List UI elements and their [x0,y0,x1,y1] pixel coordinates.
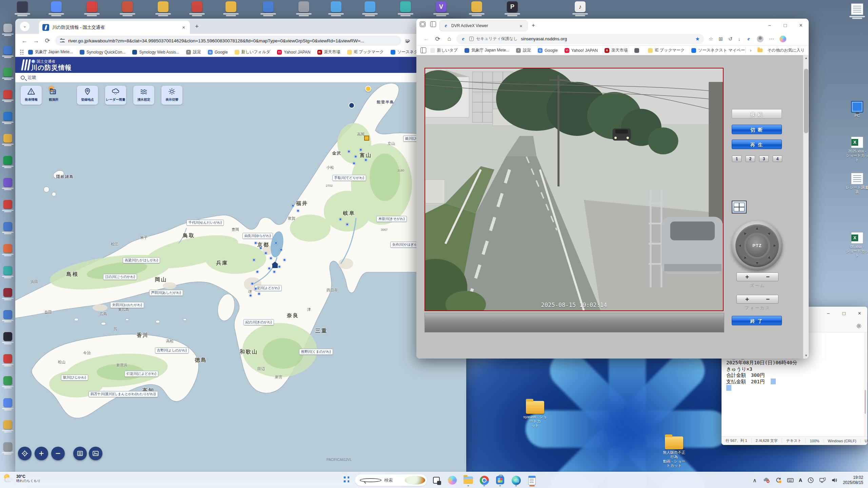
desktop-icon[interactable] [1,156,15,170]
desktop-icon[interactable] [1,68,15,82]
observation-station-dot[interactable] [268,267,271,270]
minimize-icon[interactable]: − [762,19,777,32]
river-name-tag[interactable]: 木曽川(きそがわ) [376,216,407,222]
extensions-icon[interactable]: 🧩︎ [405,38,410,44]
bookmark-item[interactable]: 新しいフォルダ [235,49,271,55]
bookmark-item[interactable]: 気象庁 Japan Mete... [28,49,73,55]
favorite-item[interactable]: IE ブックマーク [648,47,685,53]
map-toolbar-button[interactable]: 登録地点 [77,86,98,105]
observation-station-dot[interactable] [292,204,294,207]
edge-active-tab[interactable]: e DVR ActiveX Viewer × [439,20,528,31]
desktop-icon[interactable]: P [500,1,525,17]
bookmark-item[interactable]: G Google [208,49,228,55]
downloads-icon[interactable]: ↓ [738,36,741,42]
observation-station-dot[interactable] [283,259,286,261]
desktop-icon[interactable] [1,310,15,324]
maximize-icon[interactable]: □ [836,307,852,320]
collections-icon[interactable]: ⊞ [718,36,723,42]
more-favorites-chevron[interactable]: › [750,48,751,53]
tray-clock[interactable]: 19:02 2025/08/15 [843,475,863,485]
observation-station-dot[interactable] [354,155,357,158]
address-bar[interactable]: e ! セキュリティ保護なし sinsenyasai.nsddns.org ★ [456,34,704,44]
quit-button[interactable]: 終 了 [732,316,782,325]
desktop-icon[interactable] [44,1,68,17]
map-marker[interactable] [364,136,369,141]
taskbar-search[interactable]: 検索 [355,474,427,486]
start-button[interactable] [339,474,352,487]
desktop-icon[interactable]: 05.xlsx -ショートカット [846,232,868,258]
edge-title-bar[interactable]: e DVR ActiveX Viewer × + − □ × [416,19,809,32]
notepad-scrollbar[interactable] [864,332,867,436]
desktop-icon[interactable] [358,1,382,17]
disconnect-button[interactable]: 切 断 [732,125,782,134]
desktop-icon[interactable] [324,1,348,17]
file-explorer-button[interactable] [462,474,475,487]
favorite-item[interactable]: R 楽天市場 [605,47,628,53]
quad-view-button[interactable] [732,201,747,214]
observation-station-dot[interactable] [264,252,267,255]
desktop-icon[interactable] [1,266,15,280]
map-search-bar[interactable]: 近畿 [15,73,466,82]
desktop-icon[interactable] [115,1,140,17]
map-toolbar-button[interactable]: レーダー雨量 [105,86,126,105]
favorite-item[interactable]: ソースネクスト マイページ [691,47,746,53]
map-toolbar-button[interactable]: 発表情報 [21,86,42,105]
connect-button[interactable]: 接 続 [732,109,782,119]
scroll-up-icon[interactable]: ▲ [803,55,809,61]
bookmark-item[interactable]: IE ブックマーク [347,49,384,55]
edge-button[interactable] [510,474,522,487]
desktop-icon[interactable] [1,200,15,214]
onedrive-error-icon[interactable] [763,477,770,484]
map-marker[interactable] [272,264,278,268]
observation-station-dot[interactable] [270,257,272,260]
favorite-item[interactable] [634,48,641,53]
desktop-icon[interactable]: 2025.xlsx -ショートカット [846,137,868,162]
weather-widget[interactable]: 30°C 晴れのちくもり [3,473,40,484]
favorite-item[interactable]: 新しいタブ [430,47,458,53]
channel-3-button[interactable]: 3 [759,156,769,162]
observation-station-dot[interactable] [254,287,257,290]
play-button[interactable]: 再 生 [732,140,782,149]
observation-station-dot[interactable] [249,294,252,297]
folder-shortcut[interactable]: 無人販売不正行為動画 - ショートカット [661,436,687,468]
river-name-tag[interactable]: 手取川(てどりがわ) [332,175,366,181]
river-name-tag[interactable]: 肱川(ひじかわ) [61,374,88,381]
channel-4-button[interactable]: 4 [773,156,782,162]
river-name-tag[interactable]: 江の川(ごうのかわ) [103,274,137,280]
desktop-icon[interactable]: V [429,1,453,17]
desktop-icon[interactable]: レシート調査表 [846,173,868,194]
map-control-button[interactable] [18,447,32,460]
channel-1-button[interactable]: 1 [732,156,742,162]
observation-station-dot[interactable] [364,159,367,161]
home-icon[interactable]: ⌂ [443,35,455,42]
back-icon[interactable]: ← [420,35,432,42]
observation-station-dot[interactable] [346,223,349,226]
bookmark-item[interactable]: * 設定 [186,49,201,55]
other-favorites-label[interactable]: その他のお気に入り [767,47,805,53]
observation-station-dot[interactable] [275,242,277,244]
desktop-icon[interactable] [846,3,868,20]
river-map[interactable]: 島根鳥取兵庫京都岡山岐阜福井三重和歌山香川徳島高知奈良富山金沢隠岐諸島能登半島 … [15,82,466,472]
observation-station-dot[interactable] [359,148,362,151]
desktop-icon[interactable] [1,244,15,258]
close-icon[interactable]: × [793,19,809,32]
desktop-icon[interactable] [185,1,209,17]
reload-icon[interactable]: ⟳ [42,37,53,44]
desktop-icon[interactable]: PC [846,101,868,118]
observation-station-dot[interactable] [280,248,282,251]
river-name-tag[interactable]: 仁淀川(によどがわ) [124,371,158,377]
map-toolbar-button[interactable]: 浸水想定 [133,86,154,105]
desktop-icon[interactable] [292,1,316,17]
touch-keyboard-icon[interactable] [787,477,794,484]
desktop-icon[interactable] [151,1,175,17]
desktop-icon[interactable] [1,24,15,38]
desktop-icon[interactable] [1,376,15,390]
sync-status-icon[interactable] [775,477,782,484]
scroll-thumb[interactable] [804,69,808,133]
desktop-icon[interactable] [1,332,15,346]
map-marker[interactable] [365,86,371,92]
river-name-tag[interactable]: 高梁川(たかはしがわ) [123,257,160,263]
favorite-item[interactable]: * 設定 [516,47,531,53]
observation-station-dot[interactable] [258,292,260,295]
desktop-icon[interactable] [1,354,15,368]
